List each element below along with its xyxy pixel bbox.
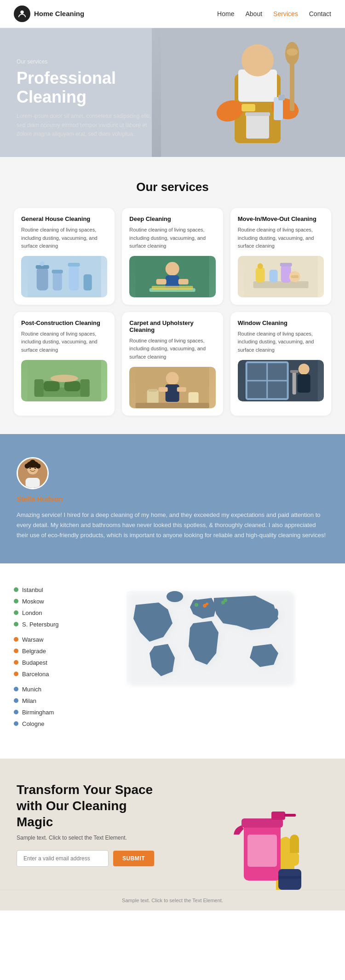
service-desc-postconstruction: Routine cleaning of living spaces, inclu…: [21, 330, 107, 354]
service-card-deep: Deep Cleaning Routine cleaning of living…: [122, 208, 223, 305]
service-card-postconstruction: Post-Construction Cleaning Routine clean…: [14, 312, 115, 416]
svg-point-78: [274, 609, 278, 618]
nav-about[interactable]: About: [245, 10, 262, 17]
location-dot: [14, 687, 18, 691]
location-dot: [14, 637, 18, 642]
services-title: Our services: [14, 180, 331, 194]
hero-image: [152, 28, 345, 157]
location-label: Barcelona: [22, 671, 49, 678]
svg-rect-89: [284, 814, 296, 817]
logo[interactable]: Home Cleaning: [14, 6, 84, 22]
service-title-carpet: Carpet and Upholstery Cleaning: [129, 319, 215, 333]
svg-point-84: [206, 603, 208, 605]
location-label: Belgrade: [22, 648, 46, 655]
svg-point-75: [34, 467, 36, 469]
location-birmingham: Birmingham: [14, 709, 74, 716]
navbar: Home Cleaning Home About Services Contac…: [0, 0, 345, 28]
services-grid: General House Cleaning Routine cleaning …: [14, 208, 331, 416]
location-dot: [14, 622, 18, 626]
nav-contact[interactable]: Contact: [309, 10, 331, 17]
svg-rect-55: [149, 389, 157, 392]
service-card-general: General House Cleaning Routine cleaning …: [14, 208, 115, 305]
location-label: Istanbul: [22, 586, 43, 593]
svg-rect-57: [136, 403, 209, 408]
svg-rect-53: [177, 387, 186, 392]
svg-rect-88: [271, 812, 285, 820]
svg-point-72: [30, 459, 36, 465]
svg-rect-65: [292, 371, 296, 394]
svg-point-82: [195, 603, 198, 607]
svg-rect-73: [25, 478, 40, 488]
svg-rect-9: [274, 97, 283, 120]
location-label: Birmingham: [22, 709, 54, 716]
location-dot: [14, 660, 18, 665]
location-dot: [14, 649, 18, 653]
svg-rect-10: [278, 95, 285, 100]
location-dot: [14, 599, 18, 603]
location-warsaw: Warsaw: [14, 636, 74, 643]
email-input[interactable]: [17, 850, 109, 867]
svg-rect-40: [291, 275, 298, 278]
location-dot: [14, 587, 18, 592]
svg-point-35: [257, 263, 263, 269]
svg-rect-11: [242, 104, 255, 111]
location-group-2: Warsaw Belgrade Budapest Barcelona: [14, 636, 74, 678]
service-card-carpet: Carpet and Upholstery Cleaning Routine c…: [122, 312, 223, 416]
svg-rect-64: [297, 374, 310, 393]
svg-point-18: [40, 261, 45, 266]
footer-text: Sample text. Click to select the Text El…: [17, 898, 328, 903]
svg-point-48: [51, 375, 78, 382]
svg-rect-31: [152, 286, 193, 290]
location-munich: Munich: [14, 686, 74, 693]
location-label: Moskow: [22, 598, 44, 605]
svg-rect-51: [166, 384, 179, 402]
svg-point-63: [298, 364, 309, 375]
svg-rect-24: [84, 274, 92, 290]
logo-text: Home Cleaning: [34, 10, 84, 18]
svg-rect-52: [159, 387, 168, 392]
service-card-movein: Move-In/Move-Out Cleaning Routine cleani…: [230, 208, 331, 305]
location-belgrade: Belgrade: [14, 648, 74, 655]
location-label: Budapest: [22, 659, 47, 666]
nav-services[interactable]: Services: [273, 10, 298, 17]
svg-rect-7: [246, 113, 269, 139]
svg-rect-29: [178, 279, 189, 284]
services-section: Our services General House Cleaning Rout…: [0, 157, 345, 434]
svg-rect-92: [278, 876, 301, 879]
svg-rect-16: [37, 267, 48, 290]
service-title-deep: Deep Cleaning: [129, 215, 215, 222]
svg-rect-90: [247, 835, 277, 867]
avatar-face: [18, 458, 47, 488]
svg-point-79: [167, 591, 183, 602]
cta-subtitle: Sample text. Click to select the Text El…: [17, 835, 155, 841]
footer: Sample text. Click to select the Text El…: [0, 890, 345, 910]
hero-description: Lorem ipsum dolor sit amet, consetetur s…: [17, 112, 155, 139]
testimonial-section: Stella Hudson Amazing service! I hired f…: [0, 434, 345, 563]
svg-point-83: [224, 598, 227, 602]
nav-home[interactable]: Home: [217, 10, 234, 17]
svg-rect-54: [147, 390, 159, 404]
location-label: Milan: [22, 697, 36, 704]
cta-title: Transform Your Space with Our Cleaning M…: [17, 782, 164, 830]
location-dot: [14, 672, 18, 676]
location-label: London: [22, 609, 42, 616]
world-map-area: [87, 586, 331, 688]
hero-content: Our services ProfessionalCleaning Lorem …: [17, 58, 155, 139]
svg-rect-56: [189, 392, 199, 404]
service-title-postconstruction: Post-Construction Cleaning: [21, 319, 107, 326]
logo-icon: [14, 6, 30, 22]
svg-rect-8: [245, 112, 270, 116]
submit-button[interactable]: SUBMIT: [113, 851, 154, 866]
testimonial-avatar: [17, 457, 49, 489]
service-img-carpet: [129, 367, 215, 408]
svg-rect-33: [253, 281, 308, 288]
service-desc-deep: Routine cleaning of living spaces, inclu…: [129, 226, 215, 250]
location-istanbul: Istanbul: [14, 586, 74, 593]
location-label: Warsaw: [22, 636, 43, 643]
cta-form: SUBMIT: [17, 850, 173, 867]
location-london: London: [14, 609, 74, 616]
location-moskow: Moskow: [14, 598, 74, 605]
svg-rect-36: [269, 270, 277, 282]
hero-overline: Our services: [17, 58, 155, 65]
location-dot: [14, 721, 18, 726]
